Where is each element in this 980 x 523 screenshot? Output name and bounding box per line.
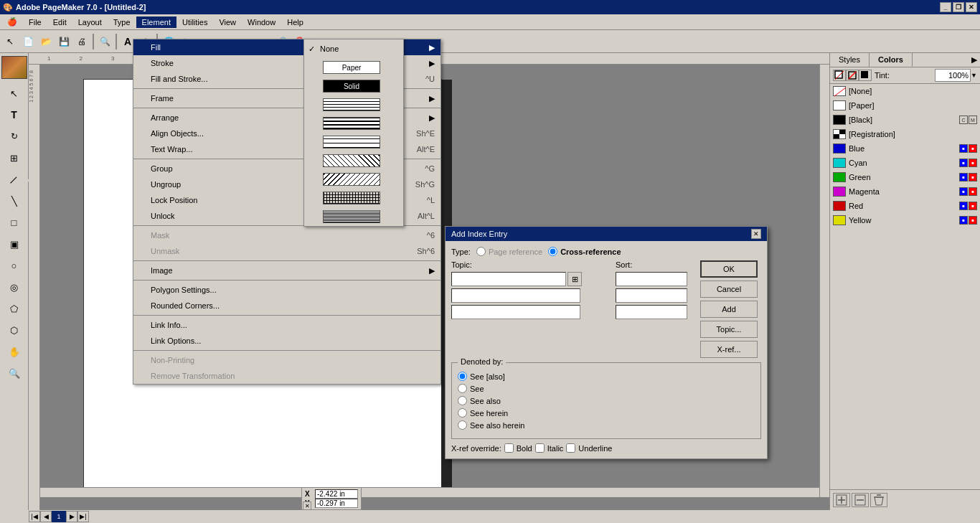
see-herein-radio[interactable] xyxy=(458,408,467,418)
scrollbar-vertical[interactable] xyxy=(819,65,829,497)
tool-line[interactable]: | xyxy=(0,164,29,194)
fill-hatch2[interactable] xyxy=(304,114,403,133)
add-button[interactable]: Add xyxy=(700,301,758,318)
see-also2-radio[interactable] xyxy=(458,396,467,405)
coord-close-button[interactable]: ✕ xyxy=(303,501,311,510)
color-apply-both[interactable] xyxy=(859,70,872,81)
color-blue[interactable]: Blue ■ ■ xyxy=(830,141,980,156)
toolbar-find[interactable]: 🔍 xyxy=(96,33,113,50)
color-apply-none[interactable] xyxy=(846,70,859,81)
tool-rotate[interactable]: ↻ xyxy=(3,126,26,146)
tool-zoom[interactable]: 🔍 xyxy=(3,363,26,383)
menu-window[interactable]: Window xyxy=(242,17,281,28)
panel-delete-color[interactable] xyxy=(870,493,887,507)
fill-diag2[interactable] xyxy=(304,170,403,189)
menu-help[interactable]: Help xyxy=(281,17,309,28)
tool-hand[interactable]: ✋ xyxy=(3,341,26,362)
tool-ellipse[interactable]: ○ xyxy=(3,255,26,275)
panel-arrow[interactable]: ▶ xyxy=(969,53,980,67)
menu-edit[interactable]: Edit xyxy=(47,17,72,28)
sort-input-2[interactable] xyxy=(616,288,687,303)
color-apply-fill[interactable] xyxy=(833,70,846,81)
color-red[interactable]: Red ■ ■ xyxy=(830,199,980,213)
menu-type[interactable]: Type xyxy=(108,17,136,28)
tool-rect[interactable]: □ xyxy=(3,212,26,232)
x-value[interactable] xyxy=(315,489,358,499)
ok-button[interactable]: OK xyxy=(700,260,758,278)
tint-dropdown[interactable]: ▼ xyxy=(971,72,977,79)
tool-pointer[interactable]: ↖ xyxy=(3,83,26,103)
see-also-radio[interactable] xyxy=(458,372,467,381)
page-next-button[interactable]: ▶ xyxy=(66,511,77,522)
panel-new-color[interactable] xyxy=(833,493,850,507)
fill-cross[interactable] xyxy=(304,189,403,207)
fill-hlines[interactable] xyxy=(304,133,403,151)
close-button[interactable]: ✕ xyxy=(966,2,977,12)
dialog-close-button[interactable]: ✕ xyxy=(751,229,761,239)
toolbar-pointer[interactable]: ↖ xyxy=(1,33,19,50)
menu-link-options[interactable]: Link Options... xyxy=(133,333,440,349)
see-also-herein-radio[interactable] xyxy=(458,420,467,430)
menu-file[interactable]: File xyxy=(23,17,47,28)
page-first-button[interactable]: |◀ xyxy=(29,511,40,522)
menu-link-info[interactable]: Link Info... xyxy=(133,317,440,333)
see-radio[interactable] xyxy=(458,384,467,393)
color-yellow[interactable]: Yellow ■ ■ xyxy=(830,213,980,227)
menu-apple[interactable]: 🍎 xyxy=(1,16,23,28)
xref-button[interactable]: X-ref... xyxy=(700,341,758,358)
toolbar-print[interactable]: 🖨 xyxy=(73,33,90,50)
fill-hatch1[interactable] xyxy=(304,95,403,114)
menu-polygon-settings[interactable]: Polygon Settings... xyxy=(133,282,440,298)
menu-image[interactable]: Image ▶ xyxy=(133,263,440,278)
restore-button[interactable]: ❐ xyxy=(953,2,964,12)
page-last-button[interactable]: ▶| xyxy=(77,511,89,522)
y-value[interactable] xyxy=(315,499,358,508)
panel-edit-color[interactable] xyxy=(852,493,869,507)
cross-ref-radio[interactable] xyxy=(548,247,557,256)
color-magenta[interactable]: Magenta ■ ■ xyxy=(830,184,980,199)
color-paper[interactable]: [Paper] xyxy=(830,98,980,113)
topic-button[interactable]: Topic... xyxy=(700,321,758,338)
menu-utilities[interactable]: Utilities xyxy=(176,17,213,28)
toolbar-save[interactable]: 💾 xyxy=(55,33,72,50)
tool-rect-frame[interactable]: ▣ xyxy=(3,234,26,254)
minimize-button[interactable]: _ xyxy=(940,2,951,12)
topic-input-1[interactable] xyxy=(451,272,566,286)
color-registration[interactable]: [Registration] xyxy=(830,127,980,141)
topic-browse-button[interactable]: ⊞ xyxy=(567,272,582,286)
menu-rounded-corners[interactable]: Rounded Corners... xyxy=(133,298,440,314)
underline-checkbox[interactable] xyxy=(566,443,575,453)
fill-diag1[interactable] xyxy=(304,151,403,170)
sort-input-3[interactable] xyxy=(616,305,687,319)
fill-paper[interactable]: Paper xyxy=(304,58,403,77)
tint-input[interactable] xyxy=(935,69,971,82)
color-cyan[interactable]: Cyan ■ ■ xyxy=(830,156,980,170)
tab-styles[interactable]: Styles xyxy=(830,53,870,67)
fill-dense[interactable] xyxy=(304,207,403,226)
menu-element[interactable]: Element xyxy=(136,17,176,28)
page-ref-radio[interactable] xyxy=(476,247,486,256)
color-green[interactable]: Green ■ ■ xyxy=(830,170,980,184)
bold-checkbox[interactable] xyxy=(504,443,514,453)
toolbar-new[interactable]: 📄 xyxy=(19,33,37,50)
italic-checkbox[interactable] xyxy=(535,443,545,453)
tab-colors[interactable]: Colors xyxy=(870,53,913,67)
color-none[interactable]: [None] xyxy=(830,84,980,98)
fill-none[interactable]: ✓ None xyxy=(304,39,403,58)
scrollbar-horizontal[interactable] xyxy=(40,487,829,497)
menu-view[interactable]: View xyxy=(213,17,242,28)
tool-polygon[interactable]: ⬠ xyxy=(3,298,26,319)
tool-ellipse-frame[interactable]: ◎ xyxy=(3,277,26,297)
topic-input-3[interactable] xyxy=(451,305,580,319)
cancel-button[interactable]: Cancel xyxy=(700,281,758,298)
menu-layout[interactable]: Layout xyxy=(72,17,108,28)
toolbar-open[interactable]: 📂 xyxy=(37,33,55,50)
page-prev-button[interactable]: ◀ xyxy=(40,511,52,522)
topic-input-2[interactable] xyxy=(451,288,580,303)
tool-polygon-frame[interactable]: ⬡ xyxy=(3,320,26,340)
title-bar-controls[interactable]: _ ❐ ✕ xyxy=(940,2,977,12)
tool-text[interactable]: T xyxy=(3,105,26,125)
fill-solid[interactable]: Solid xyxy=(304,77,403,95)
sort-input-1[interactable] xyxy=(616,272,687,286)
color-black[interactable]: [Black] C M xyxy=(830,113,980,127)
